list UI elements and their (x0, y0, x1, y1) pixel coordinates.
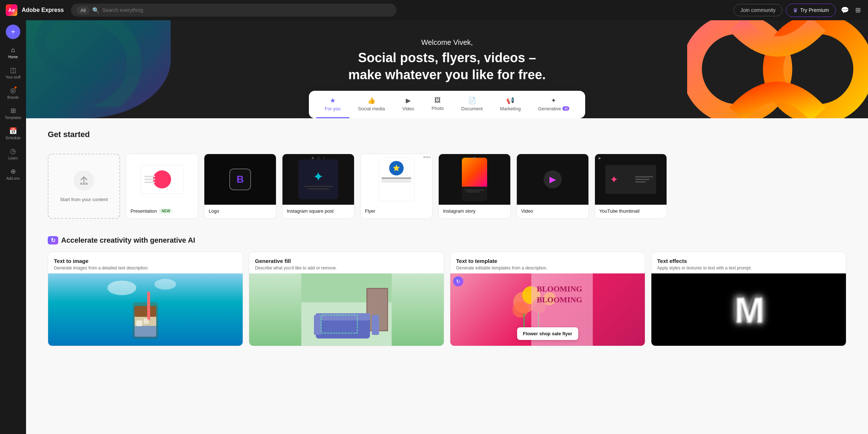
join-community-button[interactable]: Join community (733, 4, 782, 16)
svg-text:BLOOMING: BLOOMING (537, 295, 582, 304)
hero-banner: Welcome Vivek, Social posts, flyers, vid… (26, 20, 868, 118)
document-icon: 📄 (468, 97, 476, 105)
ai-section-icon: ↻ (48, 236, 58, 244)
grid-icon-button[interactable]: ⊞ (854, 5, 862, 16)
sidebar-item-brands[interactable]: ◎ Brands (1, 84, 25, 102)
presentation-preview (140, 165, 184, 194)
sidebar-item-templates[interactable]: ⊞ Templates (1, 104, 25, 123)
text-to-template-header: Text to template Generate editable templ… (450, 252, 645, 273)
card-presentation[interactable]: Presentation NEW (126, 154, 198, 219)
add-ons-icon: ⊕ (10, 167, 16, 175)
app-name: Adobe Express (22, 7, 64, 13)
ai-cards-grid: Text to image Generate images from a det… (48, 252, 846, 346)
logo-label: Logo (204, 205, 276, 217)
card-instagram-story[interactable]: ⊕ Instagram story (438, 154, 511, 219)
get-started-title: Get started (48, 130, 90, 139)
social-media-icon: 👍 (367, 97, 375, 105)
brands-notification-badge (14, 86, 17, 89)
top-navigation: Ae Adobe Express All 🔍 Join community ♛ … (0, 0, 868, 20)
flyer-preview: ⊞⊞⊞ ⭐ (378, 158, 414, 201)
try-premium-button[interactable]: ♛ Try Premium (786, 4, 836, 17)
tab-marketing[interactable]: 📢 Marketing (492, 91, 529, 118)
instagram-square-preview: ✦ (298, 159, 338, 199)
svg-rect-9 (135, 306, 156, 317)
sidebar-item-schedule[interactable]: 📅 Schedule (1, 124, 25, 143)
logo-preview: B (229, 169, 251, 190)
your-stuff-icon: ◫ (10, 66, 16, 74)
presentation-label: Presentation NEW (126, 205, 198, 217)
premium-icon: ♛ (793, 7, 798, 14)
flyer-lines (382, 177, 411, 183)
card-instagram-square[interactable]: ⊕ □ ○ ✦ Instagram square post (282, 154, 354, 219)
ai-badge: AI (562, 106, 569, 111)
video-icon: ▶ (406, 97, 411, 105)
tab-for-you[interactable]: ★ For you (316, 91, 349, 118)
hero-bg-left-decoration (26, 20, 171, 118)
text-to-image-preview (48, 273, 243, 346)
search-filter-dropdown[interactable]: All (77, 6, 89, 14)
main-content: Welcome Vivek, Social posts, flyers, vid… (26, 20, 868, 434)
create-button[interactable]: + (6, 25, 20, 39)
ai-card-generative-fill[interactable]: Generative fill Describe what you'd like… (249, 252, 444, 346)
story-header-bar: ⊕ (473, 156, 476, 160)
pres-circle (153, 170, 171, 188)
sidebar-item-learn[interactable]: ◷ Learn (1, 144, 25, 163)
templates-icon: ⊞ (10, 107, 16, 115)
sidebar-item-home[interactable]: ⌂ Home (1, 43, 25, 62)
generative-icon: ✦ (551, 97, 556, 105)
svg-point-5 (107, 281, 136, 295)
tab-document[interactable]: 📄 Document (452, 91, 491, 118)
svg-rect-11 (135, 326, 156, 337)
tab-social-media[interactable]: 👍 Social media (349, 91, 393, 118)
search-bar: All 🔍 (71, 4, 396, 17)
video-play-icon: ▶ (544, 170, 562, 188)
svg-point-27 (512, 302, 528, 318)
hero-title: Social posts, flyers, videos – make what… (348, 50, 546, 84)
tab-video[interactable]: ▶ Video (393, 91, 423, 118)
ai-card-text-effects[interactable]: Text effects Apply styles or textures to… (651, 252, 846, 346)
metal-m-letter: M (733, 289, 763, 330)
svg-text:BLOOMING: BLOOMING (537, 284, 582, 293)
video-label: Video (517, 205, 588, 217)
instagram-square-label: Instagram square post (282, 205, 354, 217)
flyer-badge: ⭐ (389, 161, 404, 175)
card-logo[interactable]: B Logo (204, 154, 276, 219)
nav-actions: Join community ♛ Try Premium 💬 ⊞ (733, 4, 862, 17)
svg-rect-22 (372, 315, 379, 335)
flower-shop-overlay: Flower shop sale flyer (517, 327, 578, 340)
sidebar-item-your-stuff[interactable]: ◫ Your stuff (1, 63, 25, 82)
card-start-from-content[interactable]: Start from your content (48, 154, 120, 219)
get-started-section-header: Get started ⊟ Customize (48, 130, 846, 146)
tab-generative[interactable]: ✦ Generative AI (529, 91, 578, 118)
ai-card-text-to-image[interactable]: Text to image Generate images from a det… (48, 252, 243, 346)
flyer-label: Flyer (361, 205, 432, 217)
ai-section-title: ↻ Accelerate creativity with generative … (48, 236, 846, 244)
sidebar-item-add-ons[interactable]: ⊕ Add-ons (1, 165, 25, 183)
pres-lines (144, 174, 155, 184)
category-tabs: ★ For you 👍 Social media ▶ Video 🖼 Photo… (309, 91, 585, 118)
main-content-area: Get started ⊟ Customize Start from your … (26, 118, 868, 358)
tab-photo[interactable]: 🖼 Photo (423, 91, 452, 118)
card-flyer[interactable]: ⊞⊞⊞ ⭐ Flyer (360, 154, 433, 219)
text-to-template-preview: BLOOMING BLOOMING ↻ Flower shop sale fly… (450, 273, 645, 346)
hero-welcome-text: Welcome Vivek, (348, 38, 546, 47)
instagram-story-preview (462, 158, 487, 201)
svg-rect-20 (316, 313, 370, 320)
card-video[interactable]: ▶ Video (516, 154, 589, 219)
ai-card-text-to-template[interactable]: Text to template Generate editable templ… (450, 252, 645, 346)
search-input[interactable] (102, 7, 391, 13)
marketing-icon: 📢 (506, 97, 514, 105)
svg-rect-13 (136, 320, 142, 326)
youtube-thumbnail-preview: ✦ (605, 165, 656, 194)
adobe-logo: Ae (6, 4, 17, 16)
hero-bg-right-decoration (687, 20, 868, 118)
svg-rect-12 (147, 292, 150, 320)
svg-rect-21 (314, 315, 321, 335)
new-badge: NEW (159, 208, 173, 214)
text-to-image-header: Text to image Generate images from a det… (48, 252, 243, 273)
card-youtube-thumbnail[interactable]: ▶ ✦ YouTube thumbnail (595, 154, 667, 219)
chat-icon-button[interactable]: 💬 (839, 5, 850, 16)
schedule-icon: 📅 (9, 127, 17, 135)
for-you-icon: ★ (330, 97, 336, 105)
text-effects-header: Text effects Apply styles or textures to… (651, 252, 846, 273)
